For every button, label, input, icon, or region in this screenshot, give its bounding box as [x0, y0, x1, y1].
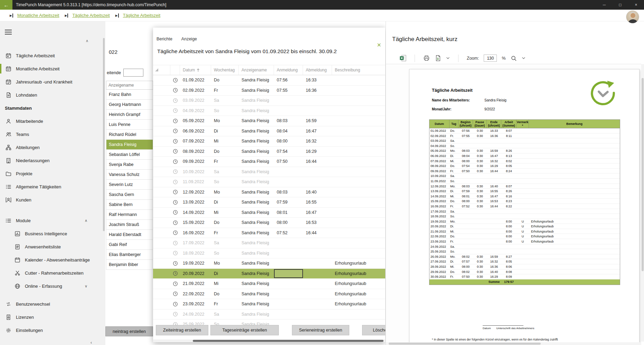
row-header[interactable]	[153, 75, 170, 85]
employee-list-item[interactable]: Heinrich Grampf	[106, 110, 153, 120]
row-header[interactable]	[153, 238, 170, 248]
sidebar-item[interactable]: Kunden	[0, 193, 105, 206]
table-row[interactable]: 25.09.2022 So Sandra Fleisig	[153, 319, 385, 325]
employee-list-item[interactable]: Joachim Strauß	[106, 220, 153, 230]
sidebar-item[interactable]: Teams	[0, 128, 105, 141]
sidebar-item[interactable]: Benutzerwechsel	[0, 297, 105, 310]
sidebar-item[interactable]: Niederlassungen	[0, 154, 105, 167]
pdf-export-icon[interactable]	[435, 55, 441, 61]
row-header[interactable]	[153, 126, 170, 136]
cell-anmeldung[interactable]: 08:04	[274, 129, 303, 134]
employee-list-item[interactable]: Georg Hartmann	[106, 100, 153, 110]
row-header[interactable]	[153, 167, 170, 177]
sidebar-item[interactable]: Lizenzen	[0, 310, 105, 324]
sidebar-item[interactable]: Allgemeine Tätigkeiten	[0, 180, 105, 193]
employee-list-item[interactable]: Richard Rüdel	[106, 130, 153, 140]
row-header[interactable]	[153, 157, 170, 167]
grid-header-beschreibung[interactable]: Beschreibung	[332, 65, 385, 75]
detail-tab[interactable]: Anzeige	[181, 37, 197, 41]
employee-list-item[interactable]: Franz Bahn	[106, 90, 153, 100]
table-row[interactable]: 17.09.2022 Sa Sandra Fleisig	[153, 238, 385, 248]
row-header[interactable]	[153, 106, 170, 116]
row-header[interactable]	[153, 187, 170, 197]
report-vertical-scrollbar[interactable]	[641, 64, 644, 342]
table-row[interactable]: 18.09.2022 So Sandra Fleisig	[153, 248, 385, 259]
cell-anmeldung[interactable]: 07:59	[274, 200, 303, 205]
table-row[interactable]: 03.09.2022 Sa Sandra Fleisig	[153, 96, 385, 106]
sidebar-scrollbar[interactable]	[103, 38, 105, 231]
create-series-entry-button[interactable]: Serieneintrag erstellen	[292, 325, 349, 335]
table-row[interactable]: 15.09.2022 Do Sandra Fleisig 08:00 16:53	[153, 218, 385, 228]
employee-list-item[interactable]: Ralf Herrmann	[106, 210, 153, 220]
maximize-button[interactable]: □	[612, 0, 628, 10]
zoom-search-icon[interactable]	[511, 55, 517, 61]
employee-list-item[interactable]: Harald Eberstadt	[106, 230, 153, 240]
sidebar-item[interactable]: Online - Erfassung	[0, 279, 105, 293]
cell-anmeldung[interactable]: 07:55	[274, 88, 303, 93]
nav-tab-link[interactable]: Tägliche Arbeitszeit	[72, 13, 110, 18]
cell-anmeldung[interactable]: 07:52	[274, 230, 303, 235]
cell-anmeldung[interactable]: 08:00	[274, 139, 303, 144]
table-row[interactable]: 10.09.2022 Sa Sandra Fleisig	[153, 167, 385, 177]
row-header[interactable]	[153, 116, 170, 126]
row-header[interactable]	[153, 208, 170, 218]
table-row[interactable]: 22.09.2022 Do Sandra Fleisig Erholungsur…	[153, 289, 385, 299]
grid-header-anmeldung[interactable]: Anmeldung	[274, 65, 303, 75]
cell-anmeldung[interactable]: 08:03	[274, 118, 303, 123]
sidebar-item[interactable]: Jahresurlaub -und Krankheit	[0, 75, 105, 88]
table-row[interactable]: 06.09.2022 Di Sandra Fleisig 08:04 16:47	[153, 126, 385, 137]
employee-list-item[interactable]: Sabine Bern	[106, 200, 153, 210]
table-row[interactable]: 19.09.2022 Mo Sandra Fleisig Erholungsur…	[153, 258, 385, 269]
chevron-icon[interactable]	[85, 218, 87, 223]
table-row[interactable]: 21.09.2022 Mi Sandra Fleisig Erholungsur…	[153, 279, 385, 289]
sidebar-item[interactable]: Mitarbeitende	[0, 115, 105, 128]
cell-anmeldung[interactable]: 08:03	[274, 190, 303, 195]
sidebar-item[interactable]: Monatliche Arbeitszeit	[0, 62, 105, 75]
employee-search-input[interactable]	[123, 69, 143, 77]
table-row[interactable]: 13.09.2022 Di Sandra Fleisig 07:59 16:55	[153, 197, 385, 208]
employee-list-item[interactable]: Luis Penne	[106, 120, 153, 130]
table-row[interactable]: 01.09.2022 Do Sandra Fleisig 07:56 16:33	[153, 75, 385, 86]
row-header[interactable]	[153, 279, 170, 289]
grid-header-wochentag[interactable]: Wochentag	[211, 65, 239, 75]
employee-list-item[interactable]: Sandra Fleisig	[106, 140, 153, 150]
cell-anmeldung[interactable]: 07:54	[274, 149, 303, 154]
table-row[interactable]: 09.09.2022 Fr Sandra Fleisig 07:50 16:44	[153, 157, 385, 167]
table-row[interactable]: 24.09.2022 Sa Sandra Fleisig	[153, 309, 385, 320]
row-header[interactable]	[153, 218, 170, 228]
grid-horizontal-scrollbar[interactable]	[153, 339, 385, 342]
grid-header-abmeldung[interactable]: Abmeldung	[303, 65, 332, 75]
row-header[interactable]	[153, 269, 170, 279]
sidebar-item[interactable]: Einstellungen	[0, 324, 105, 337]
close-panel-icon[interactable]: ×	[377, 41, 381, 48]
table-row[interactable]: 14.09.2022 Mi Sandra Fleisig 08:01 16:47	[153, 208, 385, 218]
cell-anmeldung[interactable]: 07:56	[274, 78, 303, 82]
excel-export-icon[interactable]	[400, 55, 406, 61]
sidebar-item[interactable]: Module	[0, 214, 105, 227]
row-header[interactable]	[153, 228, 170, 238]
scroll-left-arrow[interactable]: ‹	[91, 340, 92, 345]
export-chevron-down-icon[interactable]	[446, 57, 450, 59]
employee-list-item[interactable]: Gabi Reif	[106, 240, 153, 250]
row-header[interactable]	[153, 177, 170, 187]
employee-list-item[interactable]: Sebastian Löffel	[106, 150, 153, 160]
table-row[interactable]: 04.09.2022 So Sandra Fleisig	[153, 106, 385, 116]
employee-list-item[interactable]: Elias Bamberger	[106, 250, 153, 260]
nav-tab-link[interactable]: Monatliche Arbeitszeit	[17, 13, 59, 18]
table-row[interactable]: 12.09.2022 Mo Sandra Fleisig 08:03 16:40	[153, 187, 385, 198]
row-header[interactable]	[153, 197, 170, 207]
employee-list-item[interactable]: Benjamin Biber	[106, 260, 153, 270]
sidebar-item[interactable]: Cutter - Rahmenarbeitszeiten	[0, 266, 105, 279]
row-header[interactable]	[153, 258, 170, 268]
employee-list-item[interactable]: Sascha Gern	[106, 190, 153, 200]
employee-list-item[interactable]: Severin Lutz	[106, 180, 153, 190]
table-row[interactable]: 20.09.2022 Di Sandra Fleisig Erholungsur…	[153, 269, 385, 279]
cell-anmeldung[interactable]: 07:50	[274, 159, 303, 164]
sidebar-item[interactable]: Kalender - Abwesenheitsanträge	[0, 253, 105, 266]
row-header[interactable]	[153, 96, 170, 106]
grid-corner[interactable]	[153, 65, 170, 75]
grid-header-anzeigename[interactable]: Anzeigename	[239, 65, 274, 75]
row-header[interactable]	[153, 147, 170, 157]
cell-anmeldung[interactable]: 08:01	[274, 210, 303, 215]
table-row[interactable]: 05.09.2022 Mo Sandra Fleisig 08:03 16:59	[153, 116, 385, 126]
